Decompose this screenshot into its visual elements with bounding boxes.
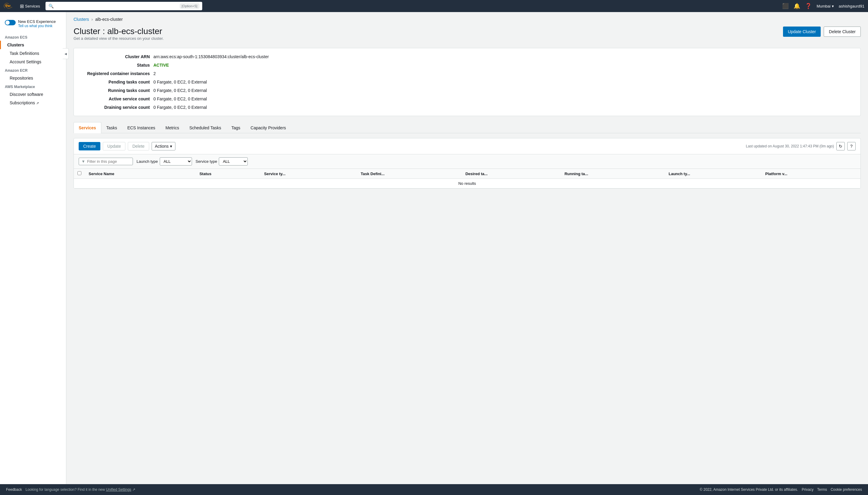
select-all-header bbox=[74, 169, 85, 179]
new-ecs-toggle-switch[interactable] bbox=[5, 20, 16, 25]
service-type-select[interactable]: ALL REPLICA DAEMON bbox=[219, 157, 248, 166]
actions-dropdown-icon: ▾ bbox=[170, 144, 172, 149]
no-results-row: No results bbox=[74, 179, 861, 188]
page-header: Cluster : alb-ecs-cluster Get a detailed… bbox=[73, 27, 861, 47]
main-content: Clusters › alb-ecs-cluster Cluster : alb… bbox=[66, 12, 868, 484]
amazon-ecr-section-label: Amazon ECR bbox=[0, 66, 66, 74]
cluster-status-value: ACTIVE bbox=[153, 63, 169, 68]
sidebar-item-task-definitions[interactable]: Task Definitions bbox=[0, 49, 66, 57]
tab-scheduled-tasks[interactable]: Scheduled Tasks bbox=[184, 122, 226, 133]
search-bar[interactable]: 🔍 [Option+S] bbox=[46, 2, 202, 10]
services-label: Services bbox=[25, 4, 40, 8]
cluster-active-service-label: Active service count bbox=[81, 97, 153, 101]
filter-input[interactable] bbox=[87, 159, 129, 164]
table-toolbar-right: Last updated on August 30, 2022 1:47:43 … bbox=[746, 142, 856, 150]
new-ecs-toggle: New ECS Experience Tell us what you thin… bbox=[0, 17, 66, 31]
unified-settings-link[interactable]: Unified Settings bbox=[106, 488, 132, 492]
cluster-info-panel: Cluster ARN arn:aws:ecs:ap-south-1:15308… bbox=[73, 48, 861, 116]
create-service-button[interactable]: Create bbox=[79, 142, 100, 150]
filter-input-wrapper: ▼ bbox=[79, 158, 133, 165]
cluster-running-label: Running tasks count bbox=[81, 88, 153, 93]
aws-logo[interactable] bbox=[4, 2, 15, 10]
tab-ecs-instances[interactable]: ECS Instances bbox=[122, 122, 160, 133]
breadcrumb-clusters-link[interactable]: Clusters bbox=[73, 17, 89, 22]
services-menu-button[interactable]: ⊞ Services bbox=[17, 2, 42, 10]
launch-type-label: Launch type bbox=[137, 159, 158, 164]
help-table-button[interactable]: ? bbox=[847, 142, 856, 150]
cluster-arn-row: Cluster ARN arn:aws:ecs:ap-south-1:15308… bbox=[81, 54, 853, 59]
sidebar-item-account-settings[interactable]: Account Settings bbox=[0, 57, 66, 66]
region-dropdown-icon: ▾ bbox=[832, 4, 834, 8]
sidebar-collapse-button[interactable]: ◀ bbox=[63, 48, 69, 59]
delete-cluster-button[interactable]: Delete Cluster bbox=[824, 27, 861, 37]
cluster-pending-row: Pending tasks count 0 Fargate, 0 EC2, 0 … bbox=[81, 80, 853, 84]
sidebar-item-repositories[interactable]: Repositories bbox=[0, 74, 66, 82]
privacy-link[interactable]: Privacy bbox=[802, 488, 813, 492]
launch-type-header[interactable]: Launch ty... bbox=[665, 169, 762, 179]
cluster-arn-value: arn:aws:ecs:ap-south-1:153084803934:clus… bbox=[153, 54, 269, 59]
cluster-draining-service-value: 0 Fargate, 0 EC2, 0 External bbox=[153, 105, 207, 110]
header-actions: Update Cluster Delete Cluster bbox=[783, 27, 861, 37]
terminal-icon[interactable]: ⬛ bbox=[782, 3, 789, 9]
cluster-draining-service-label: Draining service count bbox=[81, 105, 153, 110]
sidebar: New ECS Experience Tell us what you thin… bbox=[0, 12, 66, 484]
service-type-label: Service type bbox=[196, 159, 217, 164]
tab-capacity-providers[interactable]: Capacity Providers bbox=[245, 122, 291, 133]
filter-row: ▼ Launch type ALL EC2 FARGATE EXTERNAL S… bbox=[74, 154, 861, 169]
breadcrumb-current: alb-ecs-cluster bbox=[95, 17, 123, 22]
terms-link[interactable]: Terms bbox=[817, 488, 827, 492]
cluster-running-row: Running tasks count 0 Fargate, 0 EC2, 0 … bbox=[81, 88, 853, 93]
feedback-link[interactable]: Feedback bbox=[6, 488, 22, 492]
new-ecs-label: New ECS Experience bbox=[18, 19, 56, 24]
tell-us-link[interactable]: Tell us what you think bbox=[18, 24, 56, 28]
external-link-icon: ↗ bbox=[36, 101, 39, 105]
cluster-pending-label: Pending tasks count bbox=[81, 80, 153, 84]
actions-dropdown-button[interactable]: Actions ▾ bbox=[152, 142, 175, 150]
subscriptions-label: Subscriptions bbox=[10, 100, 35, 105]
launch-type-group: Launch type ALL EC2 FARGATE EXTERNAL bbox=[137, 157, 192, 166]
search-input[interactable] bbox=[56, 4, 177, 8]
sidebar-item-clusters[interactable]: Clusters bbox=[0, 41, 66, 49]
launch-type-select[interactable]: ALL EC2 FARGATE EXTERNAL bbox=[160, 157, 192, 166]
aws-marketplace-section-label: AWS Marketplace bbox=[0, 82, 66, 90]
update-cluster-button[interactable]: Update Cluster bbox=[783, 27, 821, 37]
task-definition-header[interactable]: Task Defini... bbox=[357, 169, 462, 179]
tab-tasks[interactable]: Tasks bbox=[101, 122, 122, 133]
copyright-text: © 2022, Amazon Internet Services Private… bbox=[700, 488, 798, 492]
footer-left: Feedback bbox=[6, 488, 22, 492]
desired-tasks-header[interactable]: Desired ta... bbox=[462, 169, 561, 179]
service-name-header[interactable]: Service Name bbox=[85, 169, 196, 179]
cookie-link[interactable]: Cookie preferences bbox=[831, 488, 862, 492]
platform-version-header[interactable]: Platform v... bbox=[762, 169, 861, 179]
cluster-arn-label: Cluster ARN bbox=[81, 54, 153, 59]
cluster-active-service-row: Active service count 0 Fargate, 0 EC2, 0… bbox=[81, 97, 853, 101]
service-type-group: Service type ALL REPLICA DAEMON bbox=[196, 157, 248, 166]
select-all-checkbox[interactable] bbox=[77, 171, 81, 175]
footer-right: © 2022, Amazon Internet Services Private… bbox=[700, 488, 862, 492]
refresh-button[interactable]: ↻ bbox=[836, 142, 845, 150]
region-selector[interactable]: Mumbai ▾ bbox=[816, 4, 834, 8]
breadcrumb: Clusters › alb-ecs-cluster bbox=[73, 17, 861, 22]
help-icon[interactable]: ❓ bbox=[805, 3, 812, 9]
search-shortcut: [Option+S] bbox=[180, 4, 199, 8]
no-results-cell: No results bbox=[74, 179, 861, 188]
tab-services[interactable]: Services bbox=[73, 122, 101, 133]
cluster-draining-service-row: Draining service count 0 Fargate, 0 EC2,… bbox=[81, 105, 853, 110]
sidebar-item-subscriptions[interactable]: Subscriptions ↗ bbox=[0, 99, 66, 107]
service-type-header[interactable]: Service ty... bbox=[260, 169, 357, 179]
cluster-registered-value: 2 bbox=[153, 71, 156, 76]
bell-icon[interactable]: 🔔 bbox=[794, 3, 800, 9]
user-menu[interactable]: ashishgaurd91 bbox=[839, 4, 864, 8]
tab-metrics[interactable]: Metrics bbox=[160, 122, 184, 133]
table-toolbar: Create Update Delete Actions ▾ Last upda… bbox=[74, 138, 861, 154]
top-navigation: ⊞ Services 🔍 [Option+S] ⬛ 🔔 ❓ Mumbai ▾ a… bbox=[0, 0, 868, 12]
cluster-status-label: Status bbox=[81, 63, 153, 68]
cluster-registered-row: Registered container instances 2 bbox=[81, 71, 853, 76]
actions-label: Actions bbox=[155, 144, 169, 149]
status-header[interactable]: Status bbox=[196, 169, 260, 179]
amazon-ecs-section-label: Amazon ECS bbox=[0, 33, 66, 41]
search-icon: 🔍 bbox=[49, 4, 54, 8]
running-tasks-header[interactable]: Running ta... bbox=[561, 169, 665, 179]
tab-tags[interactable]: Tags bbox=[226, 122, 246, 133]
sidebar-item-discover-software[interactable]: Discover software bbox=[0, 90, 66, 99]
